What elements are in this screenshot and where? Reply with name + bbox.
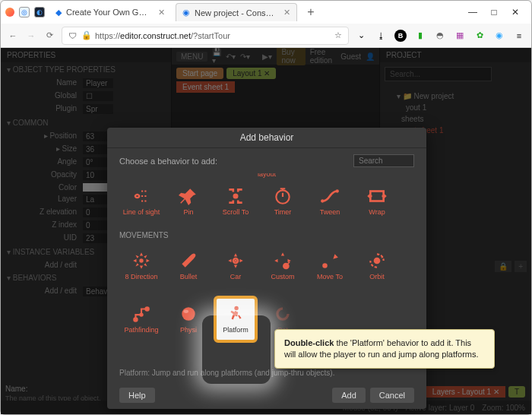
svg-point-10 [145, 307, 148, 310]
tab-favicon-icon: ◆ [55, 8, 62, 17]
ext-icon[interactable]: ▦ [454, 30, 466, 42]
dialog-subtitle: Choose a behavior to add: [119, 157, 217, 166]
close-icon[interactable]: ✕ [283, 8, 290, 17]
dialog-title: Add behavior [107, 128, 426, 148]
svg-point-3 [336, 189, 339, 192]
close-button[interactable]: ✕ [510, 7, 521, 17]
forward-button[interactable]: → [25, 30, 37, 42]
tab-favicon-icon: ◉ [182, 8, 190, 17]
behavior-row: Line of sight Pin Scroll To Timer Tween … [119, 178, 414, 225]
svg-point-7 [322, 263, 328, 268]
help-button[interactable]: Help [119, 388, 155, 403]
menu-icon[interactable]: ≡ [513, 30, 525, 42]
lock-icon: 🔒 [81, 30, 92, 40]
behavior-bullet[interactable]: Bullet [166, 242, 211, 290]
shield-icon: 🛡 [68, 31, 77, 40]
behavior-scroll-to[interactable]: Scroll To [214, 178, 258, 225]
cancel-button[interactable]: Cancel [370, 388, 414, 403]
ext-icon[interactable]: ✿ [473, 30, 486, 42]
ext-icon[interactable]: ▮ [414, 30, 426, 42]
bookmark-icon[interactable]: ☆ [334, 30, 342, 40]
behavior-search-input[interactable] [353, 154, 414, 167]
app-icon-2: ◐ [34, 7, 45, 17]
svg-point-5 [139, 258, 143, 262]
svg-point-12 [182, 307, 195, 320]
tutorial-tooltip: Double-click the 'Platform' behavior to … [274, 329, 495, 369]
browser-tab-2[interactable]: ◉ New project - Construct 3 ✕ [176, 3, 297, 21]
behavior-wrap[interactable]: Wrap [355, 178, 399, 225]
app-icon-1: ◎ [19, 7, 30, 17]
pocket-icon[interactable]: ⌄ [355, 30, 367, 42]
reload-button[interactable]: ⟳ [43, 30, 55, 42]
behavior-platform[interactable]: Platform [214, 296, 258, 343]
url-input[interactable]: 🛡 🔒 https://editor.construct.net/?startT… [62, 27, 349, 45]
svg-point-9 [134, 318, 137, 321]
category-label: MOVEMENTS [119, 231, 414, 239]
behavior-custom[interactable]: Custom [261, 242, 305, 290]
svg-point-1 [276, 190, 289, 203]
svg-point-0 [234, 195, 237, 198]
new-tab-button[interactable]: + [302, 3, 320, 21]
behavior-move-to[interactable]: Move To [308, 242, 352, 290]
behavior-car[interactable]: Car [214, 242, 258, 290]
url-host: editor.construct.net [120, 31, 191, 40]
ext-icon[interactable]: ◉ [493, 30, 505, 42]
svg-point-14 [234, 306, 238, 310]
behavior-orbit[interactable]: Orbit [355, 242, 399, 290]
behavior-timer[interactable]: Timer [261, 178, 305, 225]
tooltip-bold: Double-click [284, 338, 334, 347]
behavior-line-of-sight[interactable]: Line of sight [119, 178, 163, 225]
firefox-icon [5, 8, 14, 17]
address-bar: ← → ⟳ 🛡 🔒 https://editor.construct.net/?… [1, 24, 531, 48]
svg-point-11 [140, 314, 142, 316]
svg-point-2 [321, 199, 324, 202]
behavior-8-direction[interactable]: 8 Direction [119, 242, 163, 290]
tab-title: New project - Construct 3 [195, 8, 276, 17]
behavior-pathfinding[interactable]: Pathfinding [119, 296, 163, 343]
maximize-button[interactable]: □ [489, 7, 499, 17]
add-button[interactable]: Add [332, 388, 366, 403]
svg-point-8 [375, 258, 380, 264]
behavior-pin[interactable]: Pin [166, 178, 211, 225]
ext-icon[interactable]: ◓ [434, 30, 446, 42]
tab-title: Create Your Own Games - Free T [66, 8, 150, 17]
ext-icon[interactable]: B [394, 30, 407, 42]
svg-rect-4 [370, 192, 383, 201]
close-icon[interactable]: ✕ [158, 8, 165, 17]
back-button[interactable]: ← [7, 30, 19, 42]
behavior-tween[interactable]: Tween [308, 178, 352, 225]
behavior-physics[interactable]: Physi [166, 296, 211, 343]
url-path: /?startTour [191, 31, 230, 40]
download-icon[interactable]: ⭳ [375, 30, 387, 42]
browser-tab-1[interactable]: ◆ Create Your Own Games - Free T ✕ [49, 3, 171, 21]
window-titlebar: ◎ ◐ ◆ Create Your Own Games - Free T ✕ ◉… [1, 1, 531, 24]
svg-point-13 [184, 310, 189, 313]
minimize-button[interactable]: — [467, 7, 478, 17]
url-prefix: https:// [95, 31, 120, 40]
